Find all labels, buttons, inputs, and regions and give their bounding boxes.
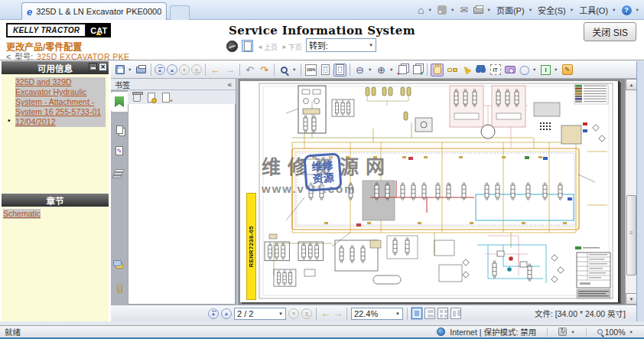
home-button[interactable] xyxy=(418,4,432,16)
next-page-button[interactable]: ►下页 xyxy=(281,42,302,52)
annotation-dropdown-icon[interactable] xyxy=(532,67,538,72)
separator xyxy=(301,64,301,76)
highlight-tool-button[interactable] xyxy=(561,64,574,77)
save-button[interactable] xyxy=(113,64,126,77)
previous-view-button[interactable] xyxy=(396,64,409,77)
print-button[interactable] xyxy=(473,7,491,14)
print-doc-button[interactable] xyxy=(135,64,148,77)
actual-size-button[interactable]: 100% xyxy=(304,64,317,77)
separator xyxy=(346,308,347,320)
zoom-out-dropdown-icon[interactable] xyxy=(368,67,373,72)
mail-icon xyxy=(460,5,467,15)
undo-button[interactable] xyxy=(243,64,256,77)
glasses-icon xyxy=(447,68,452,72)
minimize-panel-icon[interactable] xyxy=(89,63,97,71)
book-layout-button[interactable] xyxy=(450,308,461,319)
next-view-icon xyxy=(413,65,421,74)
zoom-tool-button[interactable] xyxy=(278,64,291,77)
prev-page-button[interactable]: ◄上页 xyxy=(257,42,278,52)
redo-button[interactable] xyxy=(258,64,271,77)
separator xyxy=(407,308,408,320)
export-bookmark-icon[interactable] xyxy=(162,93,170,103)
browser-tab[interactable]: e 325D L & LN Excavator PKE00001-UP (MAC… xyxy=(21,2,167,20)
next-view-button[interactable] xyxy=(411,64,424,77)
text-select-icon: IT xyxy=(490,64,501,75)
previous-page-button-bottom[interactable] xyxy=(221,308,232,319)
textbox-tool-button[interactable]: I xyxy=(539,64,552,77)
close-panel-icon[interactable]: ✕ xyxy=(99,63,107,71)
mail-button[interactable] xyxy=(460,5,467,15)
continuous-layout-button[interactable] xyxy=(424,308,435,319)
last-page-button-disabled[interactable] xyxy=(191,64,202,75)
textbox-dropdown-icon[interactable] xyxy=(554,67,559,72)
previous-page-button[interactable] xyxy=(167,64,177,75)
document-link[interactable]: 325D and 329D Excavator Hydraulic System… xyxy=(15,77,106,127)
close-sis-button[interactable]: 关闭 SIS xyxy=(584,22,636,41)
collapse-panel-button[interactable]: « xyxy=(227,80,232,89)
back-chevron[interactable]: < xyxy=(6,52,11,61)
chapter-link-schematic[interactable]: Schematic xyxy=(3,209,41,219)
forward-view-button[interactable]: → xyxy=(223,64,236,77)
tab-pages[interactable] xyxy=(111,119,128,139)
search-button[interactable] xyxy=(474,64,487,77)
scroll-down-icon[interactable]: ▼ xyxy=(626,293,637,305)
browser-zoom-button[interactable]: 100% xyxy=(597,328,633,337)
select-tool-button[interactable] xyxy=(460,64,473,77)
first-page-button[interactable] xyxy=(154,64,165,75)
pdf-canvas[interactable]: RENR7238-05 xyxy=(239,79,625,305)
tools-menu[interactable]: 工具(O) xyxy=(579,4,616,16)
zoom-in-button[interactable] xyxy=(375,64,388,77)
bookmarks-list[interactable] xyxy=(128,104,236,305)
tab-layers[interactable] xyxy=(111,164,128,184)
new-tab-button[interactable] xyxy=(170,5,190,20)
hand-tool-button[interactable] xyxy=(431,64,444,77)
help-menu[interactable] xyxy=(622,5,639,15)
zoom-level-combo[interactable]: 22.4% xyxy=(351,308,403,320)
feed-button[interactable] xyxy=(437,5,454,15)
tab-attachments[interactable] xyxy=(111,279,128,298)
scroll-up-icon[interactable]: ▲ xyxy=(626,79,637,90)
scrollbar-thumb[interactable] xyxy=(626,195,636,275)
browser-tab-bar: e 325D L & LN Excavator PKE00001-UP (MAC… xyxy=(0,0,644,20)
model-value[interactable]: 325D EXCAVATOR PKE xyxy=(37,52,129,61)
two-up-layout-button[interactable] xyxy=(437,308,448,319)
tab-bookmarks[interactable] xyxy=(111,92,128,112)
add-bookmark-icon[interactable] xyxy=(148,93,155,103)
back-view-icon[interactable]: ← xyxy=(320,308,330,318)
security-menu[interactable]: 安全(S) xyxy=(538,4,574,16)
globe-icon[interactable] xyxy=(226,41,238,52)
page-mode-button[interactable] xyxy=(558,328,574,336)
forward-view-icon[interactable]: → xyxy=(333,308,343,318)
goto-dropdown[interactable]: 转到: xyxy=(306,38,376,52)
zoom-out-button[interactable] xyxy=(353,64,366,77)
first-page-button-bottom[interactable] xyxy=(208,308,219,319)
fit-width-button[interactable] xyxy=(333,64,346,77)
document-icon[interactable] xyxy=(242,40,253,52)
pilot-cluster-right xyxy=(492,86,525,127)
single-page-layout-button[interactable] xyxy=(411,308,422,319)
next-page-button-bottom[interactable] xyxy=(288,308,299,319)
back-arrow-icon: ← xyxy=(210,65,220,75)
delete-bookmark-icon[interactable] xyxy=(133,93,141,102)
next-page-button-disabled[interactable] xyxy=(179,64,190,75)
camera-icon xyxy=(505,66,516,73)
save-dropdown-icon[interactable] xyxy=(128,67,133,72)
page-indicator-combo[interactable]: 2 / 2 xyxy=(234,308,286,320)
tab-comments[interactable] xyxy=(111,256,128,275)
snapshot-button[interactable] xyxy=(503,64,516,77)
loupe-tool-button[interactable] xyxy=(445,64,458,77)
magnifier-icon xyxy=(281,67,288,73)
last-page-button-bottom[interactable] xyxy=(301,308,312,319)
zoom-icon xyxy=(597,329,603,334)
page-menu[interactable]: 页面(P) xyxy=(496,4,532,16)
back-view-button[interactable]: ← xyxy=(209,64,222,77)
tab-annotations[interactable] xyxy=(111,141,128,161)
text-select-button[interactable]: IT xyxy=(489,64,502,77)
zoom-tool-dropdown-icon[interactable] xyxy=(292,67,298,72)
oval-annotation-button[interactable] xyxy=(518,64,531,77)
status-bar: 就绪 Internet | 保护模式: 禁用 100% xyxy=(0,325,644,337)
zoom-in-dropdown-icon[interactable] xyxy=(389,67,395,72)
vertical-scrollbar[interactable]: ▲ ▼ xyxy=(625,79,636,305)
fit-page-button[interactable] xyxy=(319,64,332,77)
binoculars-icon xyxy=(476,67,481,73)
